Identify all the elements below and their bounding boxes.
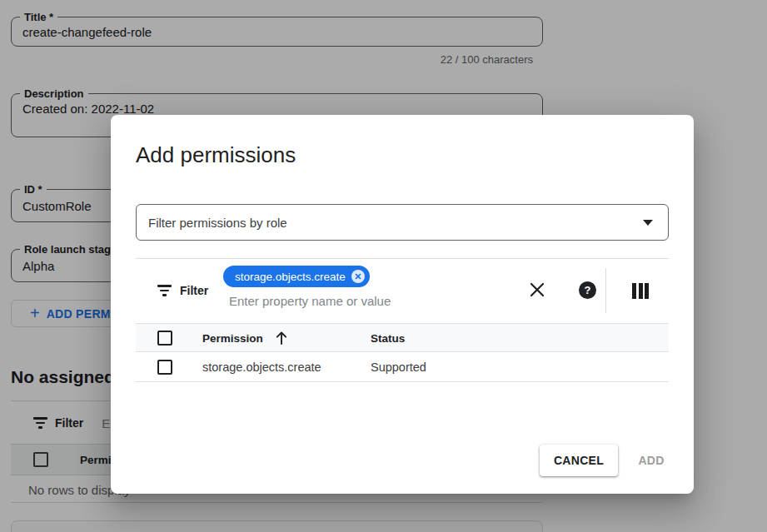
dialog-title: Add permissions (136, 142, 296, 168)
row-status: Supported (371, 360, 426, 374)
sort-ascending-icon[interactable] (274, 331, 289, 346)
add-permissions-dialog: Add permissions Filter permissions by ro… (111, 115, 694, 494)
select-all-checkbox[interactable] (157, 331, 172, 346)
divider (605, 268, 606, 313)
add-button[interactable]: ADD (625, 445, 678, 476)
filter-chip-label: storage.objects.create (235, 271, 346, 283)
chip-remove-icon[interactable]: ✕ (351, 270, 365, 283)
cancel-button[interactable]: CANCEL (540, 445, 618, 476)
clear-filters-icon[interactable] (528, 281, 546, 299)
divider (136, 258, 669, 259)
permission-column-header[interactable]: Permission (202, 332, 263, 345)
status-column-header[interactable]: Status (371, 332, 405, 345)
column-display-icon[interactable] (632, 283, 649, 299)
filter-chip[interactable]: storage.objects.create ✕ (223, 266, 370, 287)
role-filter-select-value: Filter permissions by role (148, 216, 287, 230)
help-icon[interactable]: ? (579, 281, 596, 299)
dialog-table-header: Permission Status (136, 323, 669, 352)
table-row[interactable]: storage.objects.create Supported (136, 353, 669, 382)
create-role-page: Title * create-changefeed-role 22 / 100 … (0, 0, 767, 532)
filter-label: Filter (180, 284, 208, 297)
filter-input[interactable] (227, 291, 511, 310)
row-permission: storage.objects.create (202, 360, 321, 374)
chevron-down-icon (643, 220, 653, 226)
row-checkbox[interactable] (157, 360, 172, 375)
role-filter-select[interactable]: Filter permissions by role (136, 204, 669, 241)
filter-icon (157, 285, 172, 296)
